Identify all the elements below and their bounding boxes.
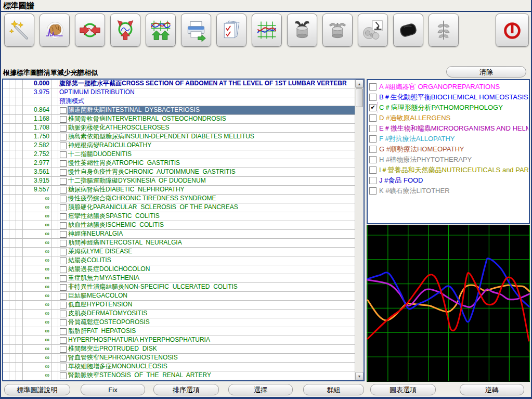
- table-row[interactable]: 3.975OPTIMUM DISTRIBUTION: [3, 88, 355, 97]
- table-row[interactable]: 1.168椎間骨軟骨病INTERVERTIBRAL OSTEOCHONDROSI…: [3, 115, 355, 124]
- row-label[interactable]: 肋間神經痛INTERCOSTAL NEURALGIA: [68, 239, 355, 247]
- scroll-thumb[interactable]: [356, 88, 363, 107]
- toolbar-button-multi-compare[interactable]: [110, 14, 140, 47]
- row-label[interactable]: 胰腺硬化PARANICULAR SCLEROSIS OF THE PANCREA…: [68, 203, 355, 212]
- row-label[interactable]: 椎間盤突出PROTRUDED DISK: [68, 345, 355, 353]
- row-checkbox[interactable]: [60, 275, 67, 282]
- row-label[interactable]: 腎血管狹窄NEPHROANGIOSTENOSIS: [68, 354, 355, 362]
- row-label[interactable]: 胰島素依賴型糖尿病INSULIN-DEPENDENT DIABETES MELL…: [68, 133, 355, 141]
- toolbar-button-microscope[interactable]: [358, 14, 388, 47]
- category-checkbox[interactable]: [369, 94, 377, 101]
- category-item[interactable]: J #食品 FOOD: [369, 175, 528, 186]
- row-label[interactable]: 單核細胞增多症MONONUCLEOSIS: [68, 363, 355, 371]
- table-row[interactable]: ∞巨結腸MEGACOLON: [3, 292, 355, 301]
- table-row[interactable]: 3.915十二指腸運動障礙DYSKINESIA OF DUODENUM: [3, 177, 355, 186]
- row-label[interactable]: 巨結腸MEGACOLON: [68, 292, 355, 300]
- category-checkbox[interactable]: [369, 156, 377, 163]
- row-label[interactable]: 非特異性潰瘍結腸炎NON-SPECIFIC ULCERATED COLITIS: [68, 283, 355, 291]
- row-label[interactable]: 結腸過長症DOLICHOCOLON: [68, 265, 355, 274]
- row-checkbox[interactable]: [60, 319, 67, 326]
- row-checkbox[interactable]: [60, 355, 67, 362]
- row-label[interactable]: 糖尿病腎病性DIABETIC NEPHROPATHY: [68, 186, 355, 194]
- toolbar-button-compare-spectrum[interactable]: [75, 14, 105, 47]
- toolbar-button-magic-wand[interactable]: [4, 14, 34, 47]
- group-button[interactable]: 群組: [303, 384, 364, 395]
- row-checkbox[interactable]: [60, 364, 67, 370]
- table-row[interactable]: ∞脂肪肝FAT HEPATOSIS: [3, 327, 355, 336]
- row-label[interactable]: 結腸炎COLITIS: [68, 256, 355, 265]
- category-checkbox[interactable]: [369, 177, 377, 184]
- row-label[interactable]: 腸道菌群失調INTESTINAL DYSBACTERIOSIS: [68, 106, 355, 114]
- row-checkbox[interactable]: [60, 160, 67, 167]
- toolbar-button-test-notes[interactable]: [216, 14, 246, 47]
- row-checkbox[interactable]: [60, 196, 67, 202]
- row-checkbox[interactable]: [60, 169, 67, 176]
- table-row[interactable]: ∞結腸炎COLITIS: [3, 256, 355, 265]
- table-row[interactable]: 1.708動脈粥樣硬化ATHEROSCLEROSES: [3, 124, 355, 133]
- category-item[interactable]: E＃微生物和蠕蟲MICROORGANISMS AND HELMI: [369, 123, 528, 134]
- table-row[interactable]: ∞HYPERPHOSPHATURIA HYPERPHOSPHATURIA: [3, 336, 355, 345]
- table-row[interactable]: 0.000腹部第一腰椎水平截面CROSS SECTION OF ABDOMEN …: [3, 80, 355, 88]
- category-checkbox[interactable]: [369, 125, 377, 132]
- scroll-down-button[interactable]: ▼: [355, 372, 364, 380]
- etalon-description-button[interactable]: 標準圖譜說明: [4, 384, 70, 395]
- table-row[interactable]: 0.864腸道菌群失調INTESTINAL DYSBACTERIOSIS: [3, 106, 355, 115]
- table-scrollbar[interactable]: ▲ ▼: [355, 80, 364, 380]
- table-row[interactable]: 3.561慢性自身免疫性胃炎CHRONIC AUTOIMMUNE GASTRIT…: [3, 168, 355, 177]
- toolbar-button-print[interactable]: [181, 14, 211, 47]
- row-checkbox[interactable]: [60, 337, 67, 344]
- row-checkbox[interactable]: [60, 328, 67, 335]
- category-item[interactable]: K #礦石療法LITOTHER: [369, 186, 528, 196]
- category-item[interactable]: F #對抗療法ALLOPATHY: [369, 134, 528, 144]
- row-label[interactable]: 預測模式: [59, 97, 355, 106]
- table-row[interactable]: 2.582神經根病變RADICULOPATHY: [3, 141, 355, 150]
- row-label[interactable]: 痙攣性結腸炎SPASTIC COLITIS: [68, 212, 355, 221]
- invert-button[interactable]: 逆轉: [460, 384, 524, 395]
- row-label[interactable]: 脂肪肝FAT HEPATOSIS: [68, 327, 355, 336]
- table-row[interactable]: ∞缺血性結腸炎ISCHEMIC COLITIS: [3, 221, 355, 230]
- row-label[interactable]: HYPERPHOSPHATURIA HYPERPHOSPHATURIA: [68, 336, 355, 344]
- toolbar-button-plant[interactable]: [429, 14, 459, 47]
- table-row[interactable]: ∞非特異性潰瘍結腸炎NON-SPECIFIC ULCERATED COLITIS: [3, 283, 355, 292]
- toolbar-button-spectrum-correction[interactable]: [146, 14, 176, 47]
- row-checkbox[interactable]: [60, 143, 67, 149]
- category-item[interactable]: G #順勢療法HOMEOPATHY: [369, 144, 528, 155]
- category-item[interactable]: B＃生化動態平衡BIOCHEMICAL HOMEOSTASIS: [369, 92, 528, 102]
- sort-options-button[interactable]: 排序選項: [153, 384, 219, 395]
- row-label[interactable]: 慢性自身免疫性胃炎CHRONIC AUTOIMMUNE GASTRITIS: [68, 168, 355, 176]
- table-row[interactable]: 9.557糖尿病腎病性DIABETIC NEPHROPATHY: [3, 186, 355, 195]
- row-label[interactable]: 十二指腸運動障礙DYSKINESIA OF DUODENUM: [68, 177, 355, 185]
- toolbar-button-brain[interactable]: [40, 14, 70, 47]
- toolbar-button-vegeto-test-in[interactable]: [287, 14, 317, 47]
- scroll-up-button[interactable]: ▲: [355, 80, 364, 88]
- scroll-track[interactable]: [355, 108, 364, 372]
- row-checkbox[interactable]: [60, 266, 67, 273]
- category-item[interactable]: A #組織器官 ORGANOPREPARATIONS: [369, 82, 528, 92]
- row-checkbox[interactable]: [60, 178, 67, 185]
- table-row[interactable]: ∞椎間盤突出PROTRUDED DISK: [3, 345, 355, 354]
- table-row[interactable]: 2.977慢性萎縮性胃炎ATROPHIC GASTRITIS: [3, 159, 355, 168]
- row-checkbox[interactable]: [60, 222, 67, 229]
- row-label[interactable]: 動脈粥樣硬化ATHEROSCLEROSES: [68, 124, 355, 132]
- category-checkbox[interactable]: [369, 114, 377, 122]
- row-label[interactable]: 萊姆病LYME DISEASE: [68, 248, 355, 256]
- row-label[interactable]: 重症肌無力MYASTHENIA: [68, 274, 355, 282]
- row-checkbox[interactable]: [60, 231, 67, 238]
- row-checkbox[interactable]: [60, 302, 67, 308]
- table-row[interactable]: ∞肋間神經痛INTERCOSTAL NEURALGIA: [3, 239, 355, 248]
- category-item[interactable]: D #過敏原ALLERGENS: [369, 113, 528, 123]
- row-label[interactable]: 慢性萎縮性胃炎ATROPHIC GASTRITIS: [68, 159, 355, 168]
- row-checkbox[interactable]: [60, 204, 67, 211]
- row-checkbox[interactable]: [60, 134, 67, 140]
- row-checkbox[interactable]: [60, 116, 67, 123]
- select-button[interactable]: 選擇: [228, 384, 293, 395]
- row-checkbox[interactable]: [60, 187, 67, 194]
- row-checkbox[interactable]: [60, 213, 67, 220]
- category-checkbox[interactable]: [369, 166, 377, 174]
- row-checkbox[interactable]: [60, 240, 67, 247]
- row-label[interactable]: 慢性疲勞綜合徵CHRONIC TIREDNESS SYNDROME: [68, 195, 355, 203]
- table-row[interactable]: ∞骨質疏鬆症OSTEOPOROSIS: [3, 318, 355, 327]
- table-row[interactable]: ∞慢性疲勞綜合徵CHRONIC TIREDNESS SYNDROME: [3, 195, 355, 203]
- row-label[interactable]: 腎動脈狹窄STENOSIS OF THE RENAL ARTERY: [68, 371, 355, 380]
- category-checkbox[interactable]: [369, 146, 377, 153]
